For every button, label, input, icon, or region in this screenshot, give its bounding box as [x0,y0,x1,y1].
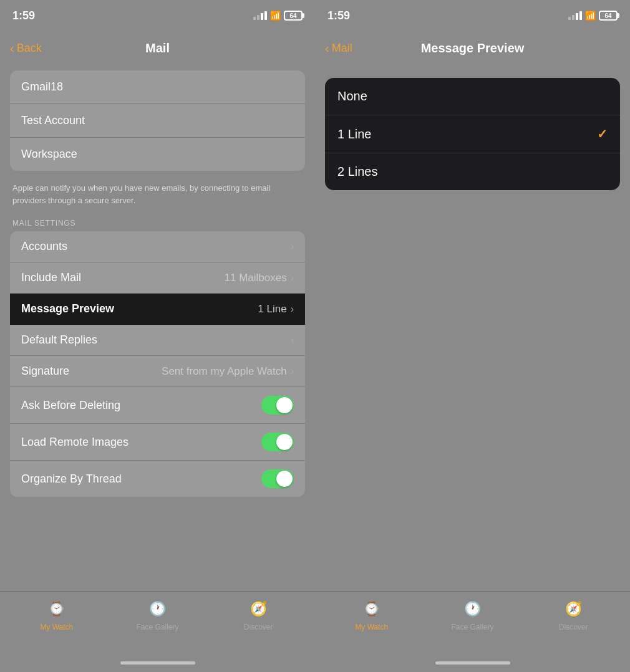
left-home-bar [120,661,195,665]
settings-default-replies-label: Default Replies [21,334,97,347]
settings-accounts[interactable]: Accounts › [10,231,305,262]
settings-load-remote-images-label: Load Remote Images [21,436,128,449]
right-nav-title: Message Preview [421,41,525,55]
settings-organize-by-thread-thumb [276,471,293,487]
right-battery-icon: 64 [599,11,618,21]
left-status-icons: 📶 64 [253,11,303,21]
settings-signature-text: Sent from my Apple Watch [162,365,287,378]
right-tab-my-watch[interactable]: ⌚ My Watch [347,598,397,631]
right-panel: 1:59 📶 64 ‹ Mail Message Preview None 1 … [315,0,630,672]
left-tab-discover[interactable]: 🧭 Discover [233,598,283,631]
right-home-bar [435,661,510,665]
info-text: Apple can notify you when you have new e… [0,176,315,216]
left-status-time: 1:59 [12,9,35,22]
right-tab-face-gallery-icon: 🕐 [461,598,483,620]
settings-ask-before-deleting-thumb [276,397,293,413]
preview-option-2lines[interactable]: 2 Lines [325,153,620,190]
accounts-section: Gmail18 Test Account Workspace [10,70,305,171]
settings-signature-value: Sent from my Apple Watch › [162,365,294,378]
settings-signature-chevron: › [291,366,294,377]
settings-ask-before-deleting-label: Ask Before Deleting [21,399,120,412]
settings-signature[interactable]: Signature Sent from my Apple Watch › [10,356,305,387]
settings-ask-before-deleting[interactable]: Ask Before Deleting [10,387,305,424]
right-tab-my-watch-label: My Watch [355,623,388,631]
settings-load-remote-images-thumb [276,434,293,450]
right-status-bar: 1:59 📶 64 [315,0,630,31]
settings-default-replies-value: › [291,335,294,346]
right-tab-my-watch-icon: ⌚ [361,598,383,620]
settings-default-replies-chevron: › [291,335,294,346]
left-nav-bar: ‹ Back Mail [0,31,315,65]
settings-signature-label: Signature [21,365,69,378]
left-tab-face-gallery-label: Face Gallery [136,623,178,631]
right-tab-discover-label: Discover [559,623,588,631]
right-tab-bar: ⌚ My Watch 🕐 Face Gallery 🧭 Discover [315,591,630,653]
right-signal-icon [568,11,582,20]
right-status-icons: 📶 64 [568,11,618,21]
preview-option-1line-label: 1 Line [337,127,372,142]
right-tab-discover-icon: 🧭 [562,598,584,620]
right-home-indicator [315,653,630,672]
left-back-label: Back [17,42,42,55]
right-tab-discover[interactable]: 🧭 Discover [548,598,598,631]
settings-include-mail[interactable]: Include Mail 11 Mailboxes › [10,262,305,294]
right-back-button[interactable]: ‹ Mail [325,42,352,55]
left-home-indicator [0,653,315,672]
mail-settings-header: MAIL SETTINGS [0,216,315,231]
account-item-workspace[interactable]: Workspace [10,138,305,171]
settings-organize-by-thread-toggle[interactable] [261,469,294,488]
settings-accounts-label: Accounts [21,240,67,253]
preview-option-1line[interactable]: 1 Line ✓ [325,115,620,153]
preview-option-2lines-label: 2 Lines [337,165,378,179]
settings-message-preview[interactable]: Message Preview 1 Line › [10,294,305,325]
left-tab-my-watch-icon: ⌚ [46,598,68,620]
right-tab-face-gallery-label: Face Gallery [451,623,493,631]
left-wifi-icon: 📶 [270,11,281,21]
left-tab-bar: ⌚ My Watch 🕐 Face Gallery 🧭 Discover [0,591,315,653]
right-nav-bar: ‹ Mail Message Preview [315,31,630,65]
left-tab-face-gallery-icon: 🕐 [146,598,168,620]
left-back-chevron: ‹ [10,41,14,55]
settings-load-remote-images-toggle[interactable] [261,433,294,451]
settings-message-preview-label: Message Preview [21,302,114,315]
right-back-label: Mail [332,42,352,55]
left-back-button[interactable]: ‹ Back [10,42,42,55]
settings-message-preview-value: 1 Line › [258,303,294,315]
account-item-gmail[interactable]: Gmail18 [10,70,305,104]
settings-message-preview-text: 1 Line [258,303,286,315]
left-battery-icon: 64 [284,11,303,21]
settings-include-mail-text: 11 Mailboxes [225,272,287,284]
settings-load-remote-images[interactable]: Load Remote Images [10,424,305,461]
settings-accounts-value: › [291,241,294,252]
settings-default-replies[interactable]: Default Replies › [10,325,305,356]
preview-option-1line-checkmark: ✓ [597,127,608,142]
left-tab-discover-icon: 🧭 [247,598,269,620]
left-panel: 1:59 📶 64 ‹ Back Mail Gmail18 Test Accou… [0,0,315,672]
settings-organize-by-thread-label: Organize By Thread [21,473,122,486]
left-signal-icon [253,11,267,20]
preview-option-none-label: None [337,89,367,103]
settings-organize-by-thread[interactable]: Organize By Thread [10,461,305,497]
settings-include-mail-chevron: › [291,272,294,284]
left-tab-my-watch-label: My Watch [40,623,73,631]
left-nav-title: Mail [145,41,170,55]
left-status-bar: 1:59 📶 64 [0,0,315,31]
settings-include-mail-label: Include Mail [21,271,81,284]
left-tab-discover-label: Discover [244,623,273,631]
left-tab-face-gallery[interactable]: 🕐 Face Gallery [132,598,182,631]
settings-ask-before-deleting-toggle[interactable] [261,396,294,415]
settings-list: Accounts › Include Mail 11 Mailboxes › M… [10,231,305,497]
preview-dropdown: None 1 Line ✓ 2 Lines [325,78,620,190]
settings-include-mail-value: 11 Mailboxes › [225,272,294,284]
left-tab-my-watch[interactable]: ⌚ My Watch [32,598,82,631]
settings-message-preview-chevron: › [291,304,294,315]
right-back-chevron: ‹ [325,41,329,55]
account-item-test[interactable]: Test Account [10,104,305,138]
settings-accounts-chevron: › [291,241,294,252]
right-wifi-icon: 📶 [585,11,596,21]
preview-option-none[interactable]: None [325,78,620,115]
right-status-time: 1:59 [327,9,350,22]
right-tab-face-gallery[interactable]: 🕐 Face Gallery [447,598,497,631]
